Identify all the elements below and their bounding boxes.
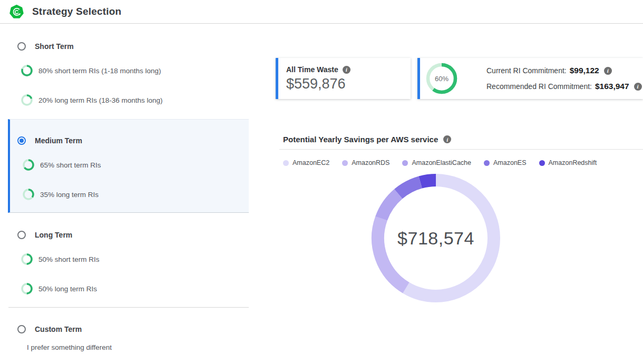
percent-donut-indicator	[21, 94, 33, 106]
chart-title-row: Potential Yearly Savings per AWS service…	[283, 135, 451, 144]
radio-label-long-term: Long Term	[35, 231, 72, 239]
commitment-gauge: 60%	[426, 63, 457, 94]
radio-medium-term[interactable]: Medium Term	[17, 136, 82, 145]
info-icon[interactable]: i	[443, 135, 451, 143]
percent-donut-indicator	[23, 159, 34, 171]
recommended-ri-commitment-row: Recommended RI Commitment: $163,947 i	[486, 78, 642, 94]
strategy-item-row: 50% long term RIs	[21, 283, 97, 294]
savings-donut-chart: $718,574	[367, 170, 504, 307]
strategy-selection-page: Strategy Selection Short Term 80% short …	[0, 0, 643, 364]
current-ri-label: Current RI Commitment:	[486, 66, 567, 75]
percent-donut-indicator	[21, 65, 33, 76]
radio-long-term[interactable]: Long Term	[17, 230, 72, 240]
radio-label-custom-term: Custom Term	[35, 325, 82, 333]
radio-label-short-term: Short Term	[35, 42, 74, 51]
radio-custom-term[interactable]: Custom Term	[17, 324, 82, 334]
current-ri-value: $99,122	[570, 66, 599, 75]
radio-circle-custom-term[interactable]	[17, 325, 26, 333]
legend-label: AmazonES	[493, 159, 527, 166]
recommended-ri-label: Recommended RI Commitment:	[486, 82, 592, 91]
legend-item-amazones[interactable]: AmazonES	[484, 159, 527, 166]
section-divider	[8, 307, 249, 308]
waste-card-title: All Time Waste	[286, 65, 338, 74]
chart-divider	[279, 149, 643, 150]
info-icon[interactable]: i	[604, 67, 612, 75]
legend-dot	[342, 160, 348, 166]
strategy-item-label: 50% long term RIs	[38, 285, 97, 293]
legend-label: AmazonEC2	[293, 159, 329, 166]
strategy-item-row: 20% long term RIs (18-36 months long)	[21, 94, 163, 106]
app-header: Strategy Selection	[0, 0, 643, 24]
brand-logo-icon	[9, 5, 24, 19]
percent-donut-indicator	[21, 253, 33, 265]
radio-circle-short-term[interactable]	[17, 42, 26, 51]
percent-donut-indicator	[21, 283, 33, 294]
info-icon[interactable]: i	[634, 83, 642, 91]
donut-center-total: $718,574	[367, 170, 504, 307]
legend-dot	[484, 160, 490, 166]
current-ri-commitment-row: Current RI Commitment: $99,122 i	[486, 63, 642, 78]
recommended-ri-value: $163,947	[595, 82, 629, 91]
ri-commitment-card: 60% Current RI Commitment: $99,122 i Rec…	[417, 58, 643, 99]
strategy-item-row: 35% long term RIs	[23, 189, 99, 200]
legend-dot	[539, 160, 545, 166]
gauge-percent-label: 60%	[426, 63, 457, 94]
page-title: Strategy Selection	[32, 6, 121, 17]
chart-title: Potential Yearly Savings per AWS service	[283, 135, 438, 144]
custom-term-description: I prefer something different	[27, 343, 112, 351]
legend-label: AmazonRDS	[352, 159, 389, 166]
strategy-item-row: 80% short term RIs (1-18 months long)	[21, 65, 161, 76]
strategy-item-label: 20% long term RIs (18-36 months long)	[38, 96, 163, 104]
strategy-item-label: 35% long term RIs	[40, 191, 99, 199]
legend-dot	[283, 160, 289, 166]
waste-card-value: $559,876	[286, 76, 411, 92]
strategy-item-label: 50% short term RIs	[38, 255, 100, 263]
legend-item-amazonec2[interactable]: AmazonEC2	[283, 159, 329, 166]
info-icon[interactable]: i	[343, 66, 350, 74]
radio-circle-medium-term[interactable]	[17, 136, 26, 145]
radio-label-medium-term: Medium Term	[35, 136, 82, 145]
percent-donut-indicator	[23, 189, 34, 200]
strategy-item-label: 65% short term RIs	[40, 161, 101, 169]
strategy-item-row: 50% short term RIs	[21, 253, 100, 265]
legend-label: AmazonElastiCache	[412, 159, 471, 166]
strategy-item-label: 80% short term RIs (1-18 months long)	[38, 67, 161, 75]
strategy-item-row: 65% short term RIs	[23, 159, 101, 171]
legend-item-amazonrds[interactable]: AmazonRDS	[342, 159, 389, 166]
all-time-waste-card: All Time Waste i $559,876	[276, 58, 411, 99]
radio-circle-long-term[interactable]	[17, 231, 26, 239]
legend-item-amazonredshift[interactable]: AmazonRedshift	[539, 159, 597, 166]
chart-legend: AmazonEC2 AmazonRDS AmazonElastiCache Am…	[283, 159, 597, 166]
legend-dot	[402, 160, 408, 166]
radio-short-term[interactable]: Short Term	[17, 42, 74, 51]
legend-label: AmazonRedshift	[549, 159, 597, 166]
legend-item-amazonelasticache[interactable]: AmazonElastiCache	[402, 159, 471, 166]
